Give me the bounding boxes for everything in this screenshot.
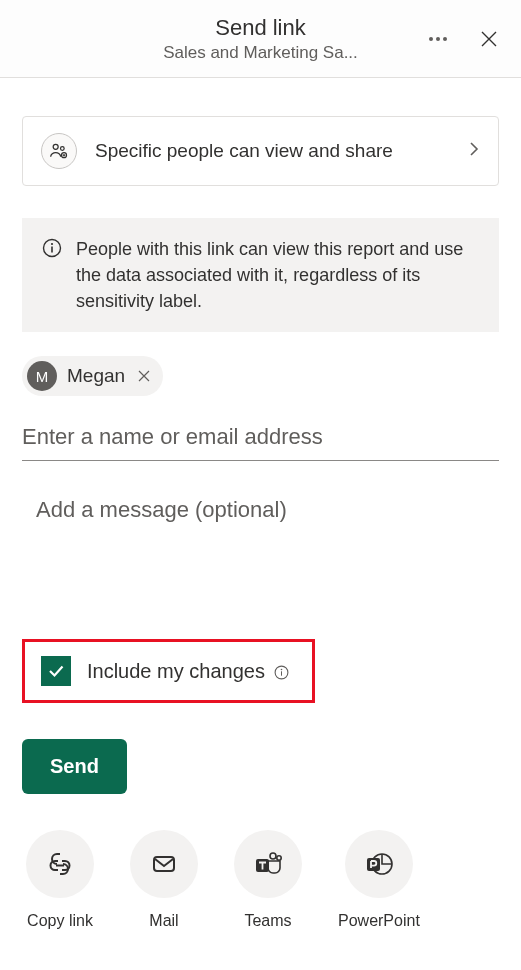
name-input-container [22,418,499,461]
close-icon [137,369,151,383]
info-banner: People with this link can view this repo… [22,218,499,332]
info-icon [42,238,62,314]
svg-rect-8 [281,671,282,675]
share-option-label: Teams [244,912,291,930]
chevron-right-icon [468,141,480,161]
svg-rect-15 [367,858,380,871]
link-icon [26,830,94,898]
remove-recipient-button[interactable] [135,367,153,385]
copy-link-button[interactable]: Copy link [26,830,94,930]
svg-point-12 [277,856,281,860]
powerpoint-button[interactable]: PowerPoint [338,830,420,930]
people-icon [41,133,77,169]
dialog-subtitle: Sales and Marketing Sa... [163,43,358,63]
teams-button[interactable]: Teams [234,830,302,930]
header-actions [423,25,503,53]
name-email-input[interactable] [22,418,499,461]
info-icon[interactable] [274,665,289,680]
link-settings-button[interactable]: Specific people can view and share [22,116,499,186]
include-changes-section: Include my changes [22,639,315,703]
svg-rect-5 [51,247,53,253]
share-option-label: Copy link [27,912,93,930]
share-option-label: Mail [149,912,178,930]
share-option-label: PowerPoint [338,912,420,930]
teams-icon [234,830,302,898]
powerpoint-icon [345,830,413,898]
more-options-button[interactable] [423,31,453,47]
mail-button[interactable]: Mail [130,830,198,930]
include-changes-checkbox[interactable] [41,656,71,686]
close-button[interactable] [475,25,503,53]
svg-point-0 [53,144,58,149]
recipient-name: Megan [67,365,125,387]
recipient-row: M Megan [22,356,499,396]
checkmark-icon [46,661,66,681]
close-icon [479,29,499,49]
svg-point-1 [61,147,65,151]
link-settings-text: Specific people can view and share [95,140,468,162]
svg-point-11 [270,853,276,859]
dialog-content: Specific people can view and share Peopl… [0,78,521,952]
svg-point-4 [51,243,53,245]
svg-rect-10 [154,857,174,871]
share-options: Copy link Mail Teams [26,830,499,930]
send-button[interactable]: Send [22,739,127,794]
recipient-chip[interactable]: M Megan [22,356,163,396]
svg-point-7 [281,669,283,671]
mail-icon [130,830,198,898]
dialog-title: Send link [215,15,306,41]
avatar: M [27,361,57,391]
message-input[interactable] [36,497,513,523]
include-changes-label: Include my changes [87,660,289,683]
info-banner-text: People with this link can view this repo… [76,236,479,314]
dialog-header: Send link Sales and Marketing Sa... [0,0,521,78]
